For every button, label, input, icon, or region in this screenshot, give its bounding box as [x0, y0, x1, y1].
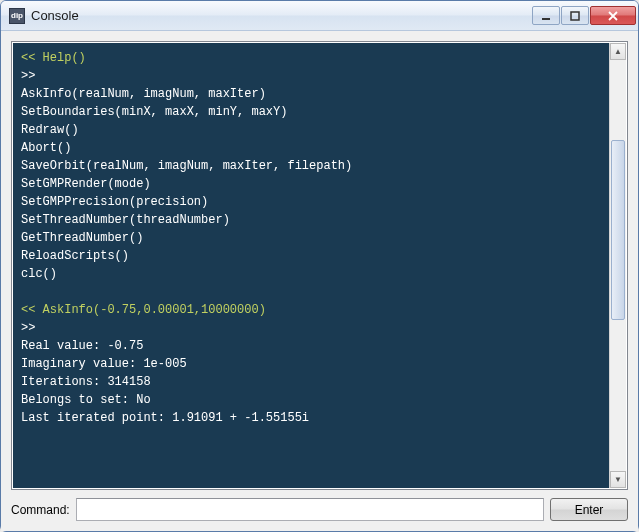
- window-controls: [532, 6, 636, 25]
- window-title: Console: [31, 8, 532, 23]
- scroll-down-icon[interactable]: ▼: [610, 471, 626, 488]
- scroll-thumb[interactable]: [611, 140, 625, 320]
- app-icon: dip: [9, 8, 25, 24]
- command-label: Command:: [11, 503, 70, 517]
- window-frame: dip Console << Help() >> AskInfo(realNum…: [0, 0, 639, 532]
- command-row: Command: Enter: [11, 498, 628, 521]
- scrollbar-vertical[interactable]: ▲ ▼: [609, 43, 626, 488]
- maximize-button[interactable]: [561, 6, 589, 25]
- command-input[interactable]: [76, 498, 544, 521]
- close-button[interactable]: [590, 6, 636, 25]
- enter-button[interactable]: Enter: [550, 498, 628, 521]
- svg-rect-0: [542, 18, 550, 20]
- console-output[interactable]: << Help() >> AskInfo(realNum, imagNum, m…: [13, 43, 609, 488]
- titlebar[interactable]: dip Console: [1, 1, 638, 31]
- console-frame: << Help() >> AskInfo(realNum, imagNum, m…: [11, 41, 628, 490]
- client-area: << Help() >> AskInfo(realNum, imagNum, m…: [1, 31, 638, 531]
- minimize-button[interactable]: [532, 6, 560, 25]
- scroll-track[interactable]: [610, 60, 626, 471]
- svg-rect-1: [571, 12, 579, 20]
- scroll-up-icon[interactable]: ▲: [610, 43, 626, 60]
